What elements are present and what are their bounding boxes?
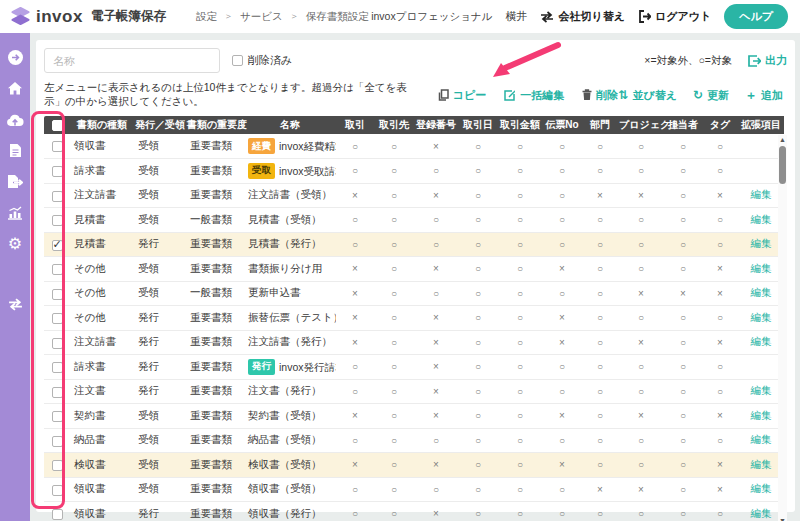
delete-button[interactable]: 削除 bbox=[582, 88, 618, 103]
direction-cell: 受領 bbox=[134, 134, 186, 159]
edit-link[interactable]: 編集 bbox=[751, 482, 772, 494]
row-checkbox[interactable] bbox=[52, 264, 63, 275]
row-checkbox[interactable] bbox=[52, 509, 63, 520]
edit-link[interactable]: 編集 bbox=[751, 262, 772, 274]
cloud-upload-icon[interactable] bbox=[0, 104, 30, 135]
target-mark: ○ bbox=[664, 453, 702, 478]
switch-service-icon[interactable] bbox=[0, 289, 30, 320]
edit-link[interactable]: 編集 bbox=[751, 335, 772, 347]
deleted-checkbox[interactable] bbox=[232, 55, 243, 66]
edit-link[interactable]: 編集 bbox=[751, 213, 772, 225]
target-mark: ○ bbox=[336, 134, 374, 159]
target-mark: ○ bbox=[458, 134, 498, 159]
target-mark: ○ bbox=[542, 379, 582, 404]
target-mark: ○ bbox=[664, 379, 702, 404]
target-mark: × bbox=[618, 281, 664, 306]
row-checkbox[interactable] bbox=[52, 141, 63, 152]
edit-link[interactable]: 編集 bbox=[751, 458, 772, 470]
target-mark: ○ bbox=[664, 404, 702, 429]
column-header: プロジェクト bbox=[618, 116, 664, 134]
row-checkbox[interactable] bbox=[52, 436, 63, 447]
column-header: タグ bbox=[702, 116, 738, 134]
scroll-up-icon[interactable]: ▲ bbox=[779, 135, 786, 144]
row-checkbox[interactable] bbox=[52, 313, 63, 324]
row-select-cell bbox=[44, 281, 70, 306]
importance-cell: 重要書類 bbox=[186, 477, 244, 502]
target-mark: ○ bbox=[542, 208, 582, 233]
refresh-button[interactable]: ↻ 更新 bbox=[693, 88, 729, 103]
target-mark: ○ bbox=[618, 428, 664, 453]
logout-button[interactable]: ログアウト bbox=[638, 9, 711, 24]
copy-button[interactable]: コピー bbox=[438, 88, 487, 103]
edit-link[interactable]: 編集 bbox=[751, 433, 772, 445]
target-mark: × bbox=[702, 477, 738, 502]
row-checkbox[interactable] bbox=[52, 411, 63, 422]
gear-icon[interactable]: ⚙ bbox=[0, 228, 30, 259]
name-badge: 発行 bbox=[248, 359, 275, 375]
target-mark: × bbox=[336, 330, 374, 355]
home-icon[interactable] bbox=[0, 73, 30, 104]
list-note: 左メニューに表示されるのは上位10件までとなります。超過分は「全てを表示」の中か… bbox=[44, 81, 420, 109]
target-mark: × bbox=[582, 477, 618, 502]
scroll-down-icon[interactable]: ▼ bbox=[779, 516, 786, 521]
row-select-cell bbox=[44, 306, 70, 331]
target-mark: × bbox=[336, 306, 374, 331]
target-mark: ○ bbox=[414, 208, 458, 233]
row-checkbox[interactable] bbox=[52, 166, 63, 177]
content-panel: 削除済み ×=対象外、○=対象 出力 左メニューに表示されるのは上位10件までと… bbox=[36, 40, 795, 512]
deleted-filter[interactable]: 削除済み bbox=[232, 53, 292, 68]
select-all-checkbox[interactable] bbox=[52, 120, 63, 131]
target-mark: ○ bbox=[336, 232, 374, 257]
scrollbar-thumb[interactable] bbox=[779, 146, 786, 184]
row-checkbox[interactable] bbox=[52, 460, 63, 471]
target-mark: ○ bbox=[582, 428, 618, 453]
edit-link[interactable]: 編集 bbox=[751, 188, 772, 200]
bulk-edit-icon bbox=[504, 89, 516, 101]
doc-type-cell: 注文請書 bbox=[70, 183, 134, 208]
add-button[interactable]: ＋ 追加 bbox=[745, 88, 783, 103]
target-mark: × bbox=[618, 477, 664, 502]
breadcrumb-item-1[interactable]: サービス bbox=[240, 10, 283, 24]
document-export-icon[interactable] bbox=[0, 166, 30, 197]
breadcrumb-separator: ＞ bbox=[224, 10, 233, 23]
row-checkbox[interactable] bbox=[52, 387, 63, 398]
target-mark: ○ bbox=[582, 159, 618, 184]
doc-name-cell: 振替伝票（テスト） bbox=[244, 306, 336, 331]
row-checkbox[interactable] bbox=[52, 485, 63, 496]
row-checkbox[interactable] bbox=[52, 338, 63, 349]
breadcrumb-item-2[interactable]: 保存書類設定 bbox=[306, 10, 369, 24]
target-mark: ○ bbox=[336, 502, 374, 521]
breadcrumb-item-0[interactable]: 設定 bbox=[196, 10, 217, 24]
row-checkbox[interactable] bbox=[52, 289, 63, 300]
document-icon[interactable] bbox=[0, 135, 30, 166]
importance-cell: 重要書類 bbox=[186, 159, 244, 184]
collapse-arrow-icon[interactable] bbox=[0, 42, 30, 73]
edit-link[interactable]: 編集 bbox=[751, 507, 772, 519]
analytics-icon[interactable] bbox=[0, 197, 30, 228]
target-mark: ○ bbox=[664, 257, 702, 282]
row-checkbox[interactable] bbox=[52, 191, 63, 202]
switch-company-icon bbox=[540, 11, 554, 23]
row-checkbox[interactable] bbox=[52, 362, 63, 373]
edit-link[interactable]: 編集 bbox=[751, 237, 772, 249]
doc-name: 納品書（受領） bbox=[248, 433, 322, 445]
help-button[interactable]: ヘルプ bbox=[724, 4, 788, 29]
target-mark: ○ bbox=[374, 306, 414, 331]
legend-area: ×=対象外、○=対象 出力 bbox=[644, 53, 787, 68]
doc-type-cell: その他 bbox=[70, 281, 134, 306]
target-mark: ○ bbox=[582, 355, 618, 380]
table-scrollbar[interactable]: ▲ ▼ bbox=[778, 135, 787, 521]
app-logo[interactable]: invox 電子帳簿保存 bbox=[10, 6, 166, 27]
switch-company-button[interactable]: 会社切り替え bbox=[540, 9, 625, 24]
row-checkbox[interactable] bbox=[52, 240, 63, 251]
bulk-edit-button[interactable]: 一括編集 bbox=[504, 88, 564, 103]
edit-link[interactable]: 編集 bbox=[751, 286, 772, 298]
edit-link[interactable]: 編集 bbox=[751, 311, 772, 323]
sort-button[interactable]: ⇅ 並び替え bbox=[618, 88, 677, 103]
table-row: 見積書受領一般書類見積書（受領）○○○○○○○○○○編集 bbox=[44, 208, 784, 233]
export-button[interactable]: 出力 bbox=[748, 53, 787, 68]
search-input[interactable] bbox=[44, 48, 220, 73]
edit-link[interactable]: 編集 bbox=[751, 384, 772, 396]
row-checkbox[interactable] bbox=[52, 215, 63, 226]
edit-link[interactable]: 編集 bbox=[751, 409, 772, 421]
